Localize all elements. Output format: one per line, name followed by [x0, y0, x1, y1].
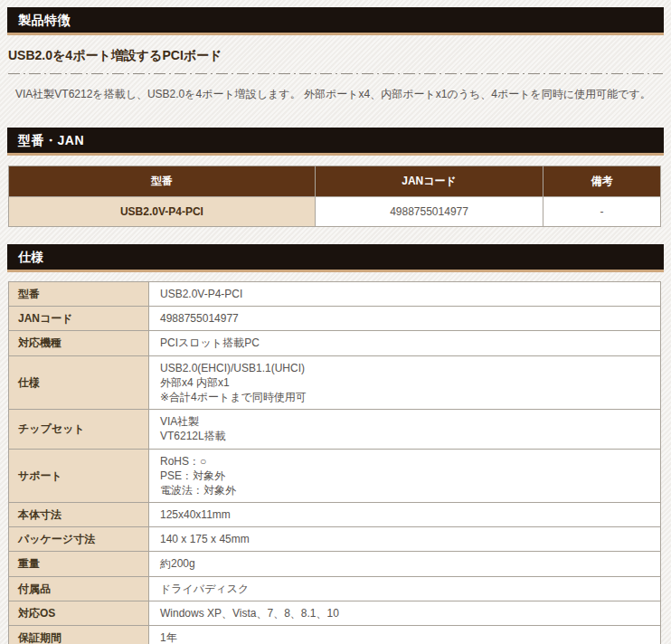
spec-value: VIA社製 VT6212L搭載 [149, 410, 661, 449]
spec-value: 125x40x11mm [149, 503, 661, 527]
spec-value: PCIスロット搭載PC [149, 331, 661, 355]
spec-row: JANコード 4988755014977 [9, 307, 661, 331]
spec-label: 付属品 [9, 576, 149, 601]
spec-row: パッケージ寸法 140 x 175 x 45mm [9, 527, 661, 552]
spec-value: Windows XP、Vista、7、8、8.1、10 [149, 601, 661, 625]
spec-row: チップセット VIA社製 VT6212L搭載 [9, 410, 661, 449]
model-number-cell: USB2.0V-P4-PCI [9, 197, 316, 227]
spec-table-body: 型番 USB2.0V-P4-PCI JANコード 4988755014977 対… [9, 282, 661, 644]
spec-label: チップセット [9, 410, 149, 449]
spec-label: 対応OS [9, 601, 149, 625]
spec-label: 対応機種 [9, 331, 149, 355]
spec-row: 対応機種 PCIスロット搭載PC [9, 331, 661, 355]
product-spec-page: 製品特徴 USB2.0を4ポート増設するPCIボード VIA社製VT6212を搭… [0, 0, 671, 644]
spec-row: 保証期間 1年 [9, 626, 661, 644]
spec-value: ドライバディスク [149, 576, 661, 601]
spec-value: USB2.0(EHCI)/USB1.1(UHCI) 外部x4 内部x1 ※合計4… [149, 355, 661, 410]
spec-label: 本体寸法 [9, 503, 149, 527]
spec-row: 型番 USB2.0V-P4-PCI [9, 282, 661, 307]
section-header-model-jan: 型番・JAN [7, 128, 664, 156]
spec-value: 約200g [149, 552, 661, 576]
spec-row: 重量 約200g [9, 552, 661, 576]
dashed-divider [8, 73, 663, 74]
column-header-jan: JANコード [315, 166, 543, 197]
spec-label: 重量 [9, 552, 149, 576]
section-header-specs: 仕様 [7, 244, 664, 272]
model-jan-header-row: 型番 JANコード 備考 [9, 166, 661, 197]
spec-label: 保証期間 [9, 626, 149, 644]
spec-table: 型番 USB2.0V-P4-PCI JANコード 4988755014977 対… [8, 281, 661, 644]
spec-value: RoHS：○ PSE：対象外 電波法：対象外 [149, 449, 661, 503]
spec-value: 4988755014977 [149, 307, 661, 331]
model-jan-table: 型番 JANコード 備考 USB2.0V-P4-PCI 498875501497… [8, 166, 661, 227]
spec-label: サポート [9, 449, 149, 503]
spec-label: 仕様 [9, 355, 149, 410]
spec-row: サポート RoHS：○ PSE：対象外 電波法：対象外 [9, 449, 661, 503]
column-header-model: 型番 [9, 166, 316, 197]
spec-row: 本体寸法 125x40x11mm [9, 503, 661, 527]
model-jan-data-row: USB2.0V-P4-PCI 4988755014977 - [9, 197, 661, 227]
spec-label: パッケージ寸法 [9, 527, 149, 552]
spec-row: 対応OS Windows XP、Vista、7、8、8.1、10 [9, 601, 661, 625]
spec-row: 付属品 ドライバディスク [9, 576, 661, 601]
note-cell: - [543, 197, 661, 227]
spec-value: USB2.0V-P4-PCI [149, 282, 661, 307]
column-header-note: 備考 [543, 166, 661, 197]
jan-code-cell: 4988755014977 [315, 197, 543, 227]
feature-heading: USB2.0を4ポート増設するPCIボード [8, 48, 663, 64]
spec-label: JANコード [9, 307, 149, 331]
spec-row: 仕様 USB2.0(EHCI)/USB1.1(UHCI) 外部x4 内部x1 ※… [9, 355, 661, 410]
feature-description: VIA社製VT6212を搭載し、USB2.0を4ポート増設します。 外部ポートx… [15, 86, 663, 102]
section-header-features: 製品特徴 [7, 7, 664, 35]
spec-value: 1年 [149, 626, 661, 644]
spec-label: 型番 [9, 282, 149, 307]
spec-value: 140 x 175 x 45mm [149, 527, 661, 552]
